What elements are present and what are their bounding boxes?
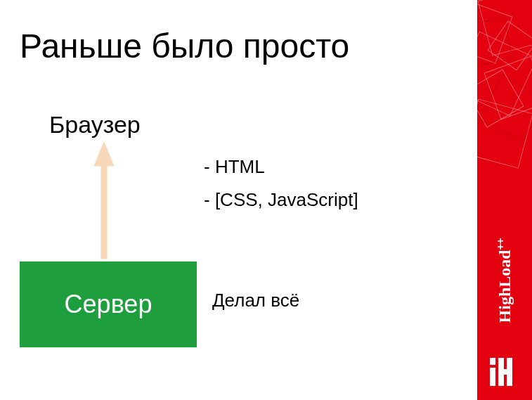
svg-rect-7 [477, 70, 524, 127]
brand-logo-icon [490, 358, 519, 386]
bullet-item: [CSS, JavaScript] [204, 189, 358, 211]
brand-text: HighLoad++ [477, 210, 532, 351]
brand-suffix: ++ [495, 238, 506, 250]
svg-rect-11 [490, 358, 495, 365]
svg-rect-14 [498, 369, 512, 375]
browser-label: Браузер [49, 111, 141, 138]
sidebar-pattern [477, 0, 532, 169]
svg-rect-5 [477, 99, 532, 168]
server-caption: Делал всё [212, 290, 299, 311]
bullet-item: HTML [204, 156, 358, 178]
svg-rect-2 [478, 0, 532, 56]
arrow-up-icon [90, 141, 118, 260]
server-box: Сервер [20, 262, 197, 347]
brand-name: HighLoad [495, 250, 514, 323]
bullet-list: HTML [CSS, JavaScript] [204, 156, 358, 222]
server-box-label: Сервер [65, 290, 153, 319]
svg-marker-0 [94, 142, 114, 259]
svg-rect-8 [477, 18, 512, 67]
svg-rect-10 [490, 368, 495, 386]
sidebar: HighLoad++ [477, 0, 532, 400]
slide: Раньше было просто Браузер HTML [CSS, Ja… [0, 0, 532, 400]
slide-title: Раньше было просто [20, 27, 349, 65]
